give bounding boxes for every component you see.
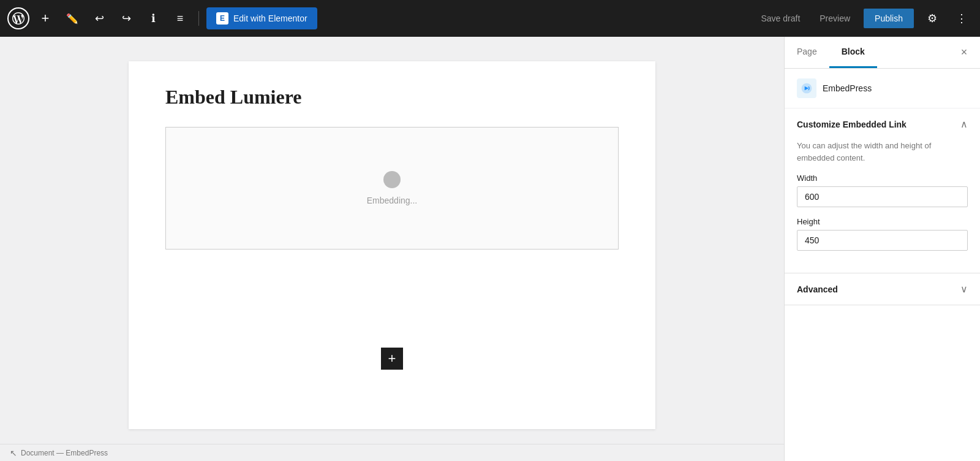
undo-button[interactable]: ↩: [88, 7, 110, 29]
plugin-name-label: EmbedPress: [823, 83, 872, 93]
publish-button[interactable]: Publish: [864, 9, 914, 28]
width-field: Width: [797, 173, 968, 217]
tab-block[interactable]: Block: [829, 37, 877, 68]
embed-spinner-icon: [383, 171, 401, 188]
customize-section: Customize Embedded Link ∧ You can adjust…: [785, 109, 980, 273]
add-block-toolbar-button[interactable]: +: [34, 7, 56, 29]
edit-with-elementor-button[interactable]: E Edit with Elementor: [206, 7, 317, 29]
add-block-button[interactable]: +: [381, 348, 403, 370]
sidebar: Page Block × EmbedPress Customi: [784, 37, 980, 461]
height-input[interactable]: [797, 230, 968, 251]
advanced-section-header[interactable]: Advanced ∨: [785, 273, 980, 305]
main-layout: Embed Lumiere Embedding... + Page Block …: [0, 37, 980, 461]
toolbar: + ✏️ ↩ ↪ ℹ ≡ E Edit with Elementor Save …: [0, 0, 980, 37]
customize-section-title: Customize Embedded Link: [797, 120, 907, 129]
breadcrumb: Document — EmbedPress: [21, 449, 108, 457]
list-view-button[interactable]: ≡: [169, 7, 191, 29]
preview-button[interactable]: Preview: [813, 10, 856, 27]
elementor-icon: E: [216, 12, 228, 25]
advanced-chevron-icon: ∨: [960, 283, 968, 295]
close-sidebar-button[interactable]: ×: [953, 42, 975, 64]
width-input[interactable]: [797, 186, 968, 207]
settings-button[interactable]: ⚙: [921, 7, 943, 29]
block-plugin-info: EmbedPress: [785, 69, 980, 109]
width-label: Width: [797, 173, 968, 183]
redo-button[interactable]: ↪: [115, 7, 137, 29]
height-field: Height: [797, 217, 968, 261]
info-button[interactable]: ℹ: [142, 7, 164, 29]
cursor-icon: ↖: [10, 448, 17, 458]
advanced-section-title: Advanced: [797, 284, 838, 294]
customize-chevron-icon: ∧: [960, 118, 968, 130]
toolbar-right-actions: Save draft Preview Publish ⚙ ⋮: [755, 7, 973, 29]
sidebar-header: Page Block ×: [785, 37, 980, 69]
page-content: Embed Lumiere Embedding... +: [129, 61, 655, 429]
customize-description: You can adjust the width and height of e…: [797, 140, 968, 164]
page-title: Embed Lumiere: [165, 86, 619, 109]
advanced-section: Advanced ∨: [785, 273, 980, 305]
status-bar: ↖ Document — EmbedPress: [0, 444, 784, 461]
wp-logo[interactable]: [7, 7, 29, 29]
toolbar-divider: [198, 11, 199, 26]
embed-block[interactable]: Embedding...: [165, 127, 619, 250]
tab-page[interactable]: Page: [785, 37, 829, 68]
edit-mode-button[interactable]: ✏️: [61, 7, 83, 29]
save-draft-button[interactable]: Save draft: [755, 10, 806, 27]
editor-area: Embed Lumiere Embedding... +: [0, 37, 784, 461]
embed-loading-text: Embedding...: [367, 196, 418, 205]
customize-section-header[interactable]: Customize Embedded Link ∧: [785, 109, 980, 140]
more-options-button[interactable]: ⋮: [951, 7, 973, 29]
height-label: Height: [797, 217, 968, 226]
embedpress-icon: [797, 78, 816, 98]
customize-section-content: You can adjust the width and height of e…: [785, 140, 980, 273]
